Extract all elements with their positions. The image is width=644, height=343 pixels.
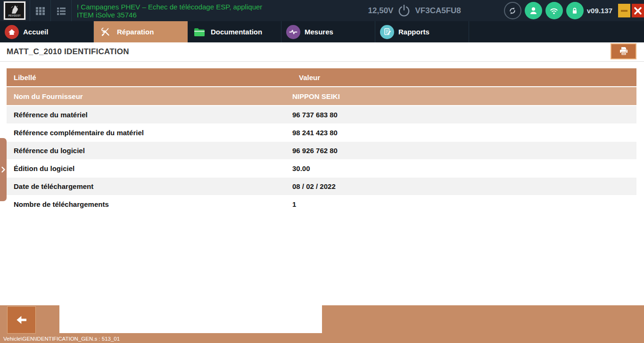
list-menu-icon (55, 5, 67, 17)
row-value: 1 (292, 200, 636, 208)
back-arrow-icon (14, 313, 30, 327)
vehicle-vin: VF3CA5FU8 (415, 6, 461, 16)
grid-menu-button[interactable] (30, 0, 50, 21)
battery-voltage: 12,50V (368, 6, 394, 16)
top-bar: PEUGEOT ! Campagne (0, 0, 644, 21)
wifi-icon (549, 6, 559, 16)
tab-label: Mesures (305, 28, 333, 36)
side-panel-toggle[interactable] (0, 138, 7, 201)
grid-menu-icon (34, 5, 47, 17)
row-value: 96 926 762 80 (292, 147, 636, 155)
row-value: 98 241 423 80 (292, 129, 636, 137)
table-row: Date de téléchargement 08 / 02 / 2022 (7, 178, 636, 196)
sync-button[interactable] (504, 2, 521, 19)
title-bar: MATT_C_2010 IDENTIFICATION (0, 42, 644, 62)
refresh-icon (508, 6, 517, 16)
app-version: v09.137 (587, 7, 612, 15)
row-label: Édition du logiciel (7, 164, 292, 172)
row-label: Référence complémentaire du matériel (7, 129, 292, 137)
campaign-alert-message: ! Campagnes PHEV – Echec de télécodage E… (77, 3, 368, 19)
campaign-alert-line1: ! Campagnes PHEV – Echec de télécodage E… (77, 3, 368, 11)
wifi-status-button[interactable] (545, 2, 563, 19)
page-title: MATT_C_2010 IDENTIFICATION (7, 47, 129, 57)
row-label: Nombre de téléchargements (7, 200, 292, 208)
report-icon (380, 25, 394, 39)
lock-icon (570, 6, 579, 16)
campaign-alert-line2: ITEM iSolve 35746 (77, 11, 368, 19)
header-valeur: Valeur (292, 74, 636, 82)
app-window: PEUGEOT ! Campagne (0, 0, 644, 343)
header-libelle: Libellé (7, 74, 292, 82)
tab-documentation[interactable]: Documentation (188, 21, 281, 42)
table-row: Référence du matériel 96 737 683 80 (7, 106, 636, 124)
lion-glyph (9, 4, 20, 15)
user-icon (528, 6, 538, 16)
table-row: Nombre de téléchargements 1 (7, 196, 636, 213)
footer-message-box (59, 305, 322, 333)
tab-rapports[interactable]: Rapports (375, 21, 469, 42)
top-bar-status-cluster: 12,50V VF3CA5FU8 (368, 0, 644, 21)
back-button[interactable] (7, 306, 36, 334)
tab-label: Réparation (117, 28, 154, 36)
close-button[interactable] (632, 4, 644, 17)
row-value: 08 / 02 / 2022 (292, 182, 636, 190)
tools-icon (99, 25, 113, 39)
list-menu-button[interactable] (51, 0, 71, 21)
row-label: Référence du matériel (7, 111, 292, 119)
status-path: Vehicle\GEN\IDENTIFICATION_GEN.s : 513_0… (3, 336, 120, 342)
printer-icon (618, 46, 629, 57)
table-header-row: Libellé Valeur (7, 68, 636, 87)
tab-mesures[interactable]: Mesures (281, 21, 375, 42)
close-icon (634, 7, 642, 15)
power-button[interactable] (396, 3, 412, 19)
tab-label: Rapports (398, 28, 429, 36)
logo-label: PEUGEOT (8, 15, 21, 17)
identification-table: Libellé Valeur Nom du Fournisseur NIPPON… (7, 68, 636, 213)
main-nav: Accueil Réparation Document (0, 21, 644, 42)
tab-accueil[interactable]: Accueil (0, 21, 94, 42)
waveform-icon (286, 25, 300, 39)
row-value: 96 737 683 80 (292, 111, 636, 119)
row-value: NIPPON SEIKI (292, 92, 636, 100)
table-row: Référence complémentaire du matériel 98 … (7, 124, 636, 142)
minimize-icon (620, 7, 628, 15)
minimize-button[interactable] (618, 4, 630, 17)
home-icon (5, 25, 19, 39)
user-status-button[interactable] (525, 2, 542, 19)
row-label: Référence du logiciel (7, 147, 292, 155)
tab-reparation[interactable]: Réparation (94, 21, 188, 42)
chevron-right-icon (1, 166, 6, 173)
divider (71, 0, 72, 21)
row-label: Nom du Fournisseur (7, 92, 292, 100)
power-icon (396, 3, 412, 18)
peugeot-lion-icon[interactable]: PEUGEOT (4, 1, 25, 20)
table-row: Édition du logiciel 30.00 (7, 160, 636, 178)
tab-label: Accueil (23, 28, 48, 36)
row-value: 30.00 (292, 164, 636, 172)
table-row-supplier: Nom du Fournisseur NIPPON SEIKI (7, 87, 636, 106)
footer-bar: Vehicle\GEN\IDENTIFICATION_GEN.s : 513_0… (0, 305, 644, 343)
lock-status-button[interactable] (566, 2, 584, 19)
folder-icon (192, 25, 206, 39)
table-row: Référence du logiciel 96 926 762 80 (7, 142, 636, 160)
row-label: Date de téléchargement (7, 182, 292, 190)
print-button[interactable] (611, 43, 636, 59)
tab-label: Documentation (211, 28, 262, 36)
